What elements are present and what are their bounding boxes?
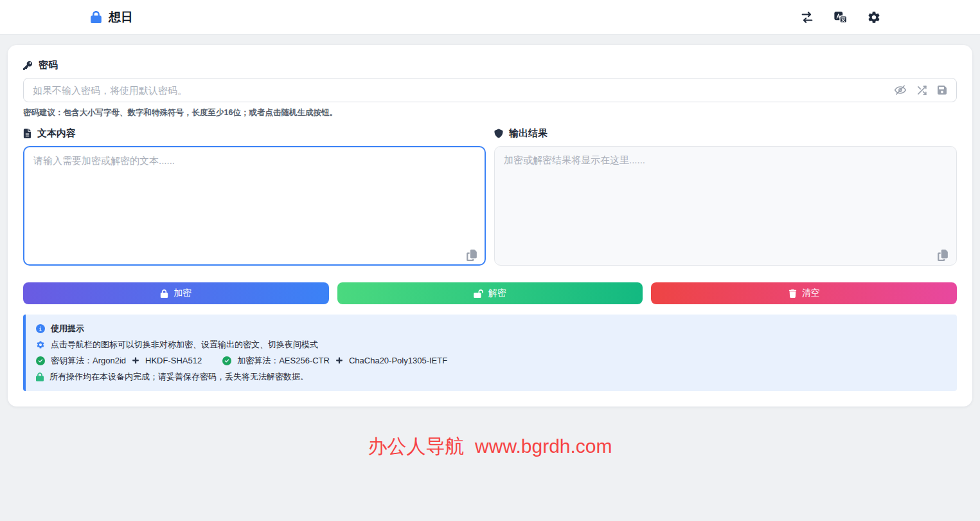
translate-icon	[833, 10, 848, 24]
output-column: 输出结果	[494, 127, 957, 268]
lock-open-icon	[474, 289, 483, 298]
text-input-column: 文本内容	[23, 127, 486, 268]
random-password-button[interactable]	[916, 85, 927, 96]
app-brand[interactable]: 想日	[90, 9, 133, 26]
tips-nav-row: 点击导航栏的图标可以切换非对称加密、设置输出的密文、切换夜间模式	[36, 336, 947, 352]
text-input-textarea[interactable]	[23, 146, 486, 266]
paste-input-button[interactable]	[466, 250, 477, 261]
eye-slash-icon	[894, 84, 907, 96]
swap-mode-button[interactable]	[799, 9, 815, 26]
lock-icon	[90, 11, 102, 23]
encryption-algorithm-label: 加密算法：AES256-CTR	[237, 355, 330, 367]
key-algorithm-label: 密钥算法：Argon2id	[51, 355, 126, 367]
encryption-algorithm-extra: ChaCha20-Poly1305-IETF	[349, 356, 447, 365]
navbar-actions	[799, 9, 882, 26]
password-input[interactable]	[23, 78, 957, 102]
password-suggestion: 密码建议：包含大小写字母、数字和特殊符号，长度至少16位；或者点击随机生成按钮。	[23, 107, 957, 118]
check-circle-icon	[222, 356, 231, 365]
tips-algorithms-row: 密钥算法：Argon2id HKDF-SHA512 加密算法：AES256-CT…	[36, 352, 947, 369]
tips-security-text: 所有操作均在本设备内完成；请妥善保存密码，丢失将无法解密数据。	[49, 371, 308, 383]
swap-arrows-icon	[800, 10, 814, 24]
key-algorithm-extra: HKDF-SHA512	[145, 356, 202, 365]
output-textarea[interactable]	[494, 146, 957, 266]
text-input-wrap	[23, 146, 486, 268]
text-input-label: 文本内容	[37, 127, 76, 140]
password-label: 密码	[39, 59, 58, 71]
shuffle-icon	[916, 85, 927, 96]
password-section-label: 密码	[23, 59, 957, 71]
app-title: 想日	[109, 9, 133, 26]
copy-output-button[interactable]	[937, 250, 949, 261]
clear-button-label: 清空	[802, 288, 820, 299]
key-icon	[23, 60, 33, 70]
info-circle-icon	[36, 324, 45, 333]
password-field-icons	[894, 84, 947, 96]
output-section-label: 输出结果	[494, 127, 957, 140]
plus-icon	[132, 357, 139, 365]
textareas-grid: 文本内容 输出结果	[23, 127, 957, 268]
decrypt-button-label: 解密	[488, 288, 506, 299]
gear-small-icon	[36, 340, 45, 349]
encryption-algorithm-group: 加密算法：AES256-CTR ChaCha20-Poly1305-IETF	[222, 355, 447, 367]
trash-icon	[788, 289, 797, 298]
key-algorithm-group: 密钥算法：Argon2id HKDF-SHA512	[36, 355, 202, 367]
paste-icon	[466, 250, 477, 261]
decrypt-button[interactable]: 解密	[337, 282, 643, 304]
footer: 办公人导航 www.bgrdh.com	[0, 434, 980, 460]
output-wrap	[494, 146, 957, 268]
toggle-visibility-button[interactable]	[894, 84, 907, 96]
lock-green-icon	[36, 372, 44, 381]
clear-button[interactable]: 清空	[651, 282, 957, 304]
cipher-format-button[interactable]	[832, 9, 849, 26]
tips-title: 使用提示	[51, 323, 84, 334]
password-field-wrap	[23, 78, 957, 102]
usage-tips-panel: 使用提示 点击导航栏的图标可以切换非对称加密、设置输出的密文、切换夜间模式 密钥…	[23, 315, 957, 391]
settings-button[interactable]	[866, 9, 882, 26]
text-input-section-label: 文本内容	[23, 127, 486, 140]
save-icon	[937, 85, 947, 95]
save-password-button[interactable]	[937, 85, 947, 95]
shield-icon	[494, 129, 503, 138]
tips-nav-text: 点击导航栏的图标可以切换非对称加密、设置输出的密文、切换夜间模式	[51, 339, 318, 351]
tips-title-row: 使用提示	[36, 320, 947, 336]
output-label: 输出结果	[509, 127, 548, 140]
tips-security-row: 所有操作均在本设备内完成；请妥善保存密码，丢失将无法解密数据。	[36, 369, 947, 385]
gear-icon	[867, 10, 881, 24]
navbar: 想日	[0, 0, 980, 35]
check-circle-icon	[36, 356, 45, 365]
encrypt-button[interactable]: 加密	[23, 282, 329, 304]
plus-icon	[335, 357, 343, 365]
footer-watermark: 办公人导航 www.bgrdh.com	[368, 435, 612, 457]
copy-icon	[937, 250, 949, 261]
lock-closed-icon	[160, 289, 168, 298]
main-card: 密码 密码建议：包含大小写字母、数字和特殊符号，长度至少16位；或者点击随机生成…	[8, 45, 972, 407]
document-icon	[23, 129, 31, 138]
encrypt-button-label: 加密	[174, 288, 192, 299]
action-buttons-row: 加密 解密 清空	[23, 282, 957, 304]
